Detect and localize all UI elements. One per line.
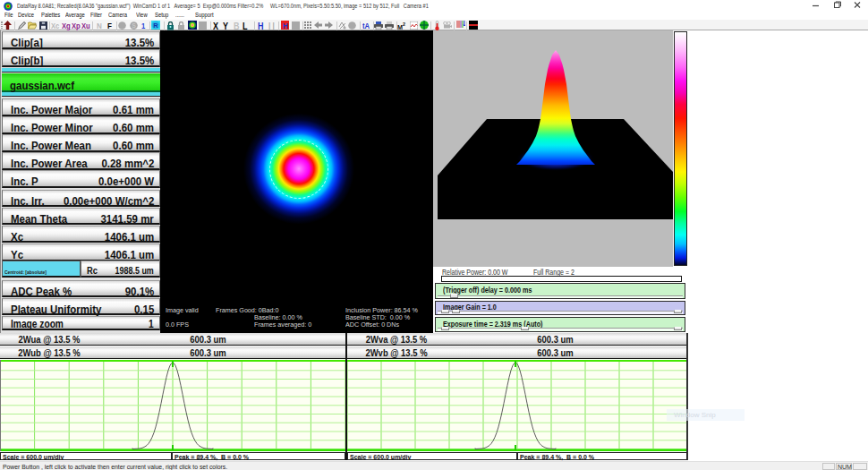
svg-text:S: S: [132, 22, 136, 29]
svg-text:R: R: [153, 21, 158, 30]
